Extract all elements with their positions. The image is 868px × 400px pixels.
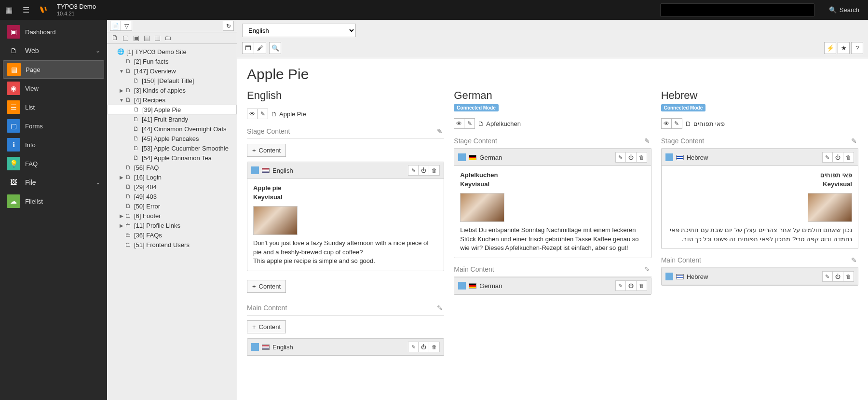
docheader-help-button[interactable]: ?: [851, 42, 863, 54]
module-filelist[interactable]: ☁Filelist: [3, 192, 104, 210]
topbar-search-button[interactable]: 🔍 Search: [820, 6, 868, 14]
add-content-button[interactable]: +Content: [247, 280, 286, 293]
language-select[interactable]: English: [242, 24, 356, 37]
module-view[interactable]: ◉View: [3, 79, 104, 97]
pencil-icon[interactable]: ✎: [258, 109, 268, 119]
tree-node[interactable]: 🗋[150] [Default Title]: [107, 76, 237, 85]
tree-node[interactable]: ▶🗋[3] Kinds of apples: [107, 85, 237, 95]
docheader-bookmark-button[interactable]: ★: [838, 42, 850, 54]
tree-node[interactable]: 🗋[49] 403: [107, 192, 237, 201]
tree-refresh-button[interactable]: ↻: [223, 21, 234, 31]
module-group-web[interactable]: 🗋Web⌄: [3, 41, 104, 60]
tree-node[interactable]: 🗋[50] Error: [107, 201, 237, 211]
eye-icon[interactable]: 👁: [661, 118, 672, 129]
edit-icon[interactable]: ✎: [408, 342, 419, 352]
edit-icon[interactable]: ✎: [822, 152, 833, 163]
tree-node[interactable]: 🌐[1] TYPO3 Demo Site: [107, 47, 237, 56]
delete-icon[interactable]: 🗑: [843, 271, 854, 282]
tree-node[interactable]: ▶🗀[11] Profile Links: [107, 221, 237, 230]
edit-icon[interactable]: ✎: [615, 280, 626, 291]
edit-section-icon[interactable]: ✎: [435, 127, 444, 136]
eye-icon[interactable]: 👁: [247, 109, 258, 119]
tree-toggle-icon[interactable]: ▶: [119, 223, 124, 228]
pagetype-folder-icon[interactable]: 🗀: [164, 34, 172, 41]
delete-icon[interactable]: 🗑: [637, 152, 647, 163]
tree-node[interactable]: 🗀[51] Frontend Users: [107, 240, 237, 249]
content-element-header[interactable]: Hebrew✎⏻🗑: [662, 149, 858, 166]
page-translation-label[interactable]: 🗋Apple Pie: [271, 110, 306, 118]
edit-section-icon[interactable]: ✎: [643, 265, 651, 274]
edit-section-icon[interactable]: ✎: [850, 137, 858, 145]
toggle-icon[interactable]: ⏻: [626, 152, 637, 163]
tree-node[interactable]: 🗋[39] Apple Pie: [107, 105, 237, 114]
tree-node[interactable]: ▶🗀[6] Footer: [107, 211, 237, 221]
delete-icon[interactable]: 🗑: [429, 342, 440, 352]
tree-node[interactable]: 🗋[2] Fun facts: [107, 56, 237, 66]
app-switcher-icon[interactable]: ▦: [0, 0, 17, 20]
topbar-search-slot[interactable]: [660, 3, 814, 17]
docheader-view-button[interactable]: 🗔: [242, 42, 254, 54]
content-title: Apple pie: [253, 184, 282, 192]
tree-node[interactable]: 🗋[54] Apple Cinnamon Tea: [107, 153, 237, 163]
toggle-icon[interactable]: ⏻: [419, 342, 429, 352]
edit-section-icon[interactable]: ✎: [643, 137, 651, 145]
module-info[interactable]: ℹInfo: [3, 136, 104, 154]
tree-node[interactable]: 🗋[41] Fruit Brandy: [107, 114, 237, 124]
tree-toggle-icon[interactable]: ▶: [119, 88, 124, 93]
content-element-header[interactable]: German✎⏻🗑: [454, 149, 651, 166]
tree-node[interactable]: 🗋[29] 404: [107, 182, 237, 192]
edit-icon[interactable]: ✎: [408, 165, 419, 176]
tree-node[interactable]: ▼🗋[147] Overview: [107, 66, 237, 76]
tree-toggle-icon[interactable]: ▶: [119, 175, 124, 180]
edit-icon[interactable]: ✎: [615, 152, 626, 163]
add-content-button[interactable]: +Content: [247, 144, 286, 157]
tree-toggle-icon[interactable]: ▼: [119, 69, 124, 74]
page-translation-label[interactable]: 🗋פאי תפוחים: [685, 120, 725, 127]
content-element-header[interactable]: English✎⏻🗑: [247, 339, 444, 356]
edit-section-icon[interactable]: ✎: [435, 303, 444, 312]
pagetype-behidden-icon[interactable]: ▢: [122, 34, 129, 41]
tree-node[interactable]: ▼🗋[4] Recipes: [107, 95, 237, 105]
toggle-icon[interactable]: ⏻: [833, 271, 843, 282]
module-group-file[interactable]: 🖼File⌄: [3, 173, 104, 192]
delete-icon[interactable]: 🗑: [637, 280, 647, 291]
toggle-icon[interactable]: ⏻: [833, 152, 843, 163]
tree-node[interactable]: 🗋[53] Apple Cucumber Smoothie: [107, 143, 237, 153]
eye-icon[interactable]: 👁: [454, 118, 464, 129]
list-toggle-icon[interactable]: ☰: [17, 0, 35, 20]
page-translation-label[interactable]: 🗋Apfelkuchen: [478, 120, 521, 127]
content-element-header[interactable]: German✎⏻🗑: [454, 277, 651, 294]
docheader-cache-button[interactable]: ⚡: [824, 42, 836, 54]
pagetype-mount-icon[interactable]: ▤: [143, 34, 150, 41]
content-element-header[interactable]: English✎⏻🗑: [247, 162, 444, 179]
module-list[interactable]: ☰List: [3, 98, 104, 116]
tree-node[interactable]: 🗋[45] Apple Pancakes: [107, 134, 237, 143]
pagetype-shortcut-icon[interactable]: ▣: [132, 34, 140, 41]
tree-new-page-button[interactable]: 📄: [110, 21, 121, 31]
add-content-button[interactable]: +Content: [247, 320, 286, 333]
tree-filter-button[interactable]: ▽: [121, 21, 132, 31]
module-forms[interactable]: ▢Forms: [3, 117, 104, 135]
edit-section-icon[interactable]: ✎: [850, 256, 858, 264]
toggle-icon[interactable]: ⏻: [626, 280, 637, 291]
docheader-edit-button[interactable]: 🖉: [254, 42, 266, 54]
module-dashboard[interactable]: ▣Dashboard: [3, 23, 104, 41]
delete-icon[interactable]: 🗑: [429, 165, 440, 176]
module-page[interactable]: ▤Page: [3, 60, 104, 79]
toggle-icon[interactable]: ⏻: [419, 165, 429, 176]
edit-icon[interactable]: ✎: [822, 271, 833, 282]
tree-node[interactable]: 🗋[44] Cinnamon Overnight Oats: [107, 124, 237, 134]
pagetype-standard-icon[interactable]: 🗋: [111, 34, 119, 41]
tree-node[interactable]: 🗀[36] FAQs: [107, 230, 237, 240]
module-faq[interactable]: 💡FAQ: [3, 154, 104, 173]
content-element-header[interactable]: Hebrew✎⏻🗑: [662, 268, 858, 285]
tree-node[interactable]: 🗋[56] FAQ: [107, 163, 237, 172]
tree-toggle-icon[interactable]: ▶: [119, 213, 124, 219]
pencil-icon[interactable]: ✎: [464, 118, 475, 129]
delete-icon[interactable]: 🗑: [843, 152, 854, 163]
tree-toggle-icon[interactable]: ▼: [119, 97, 124, 103]
tree-node[interactable]: ▶🗋[16] Login: [107, 172, 237, 182]
pencil-icon[interactable]: ✎: [672, 118, 682, 129]
pagetype-link-icon[interactable]: ▥: [153, 34, 161, 41]
docheader-search-button[interactable]: 🔍: [269, 42, 281, 54]
